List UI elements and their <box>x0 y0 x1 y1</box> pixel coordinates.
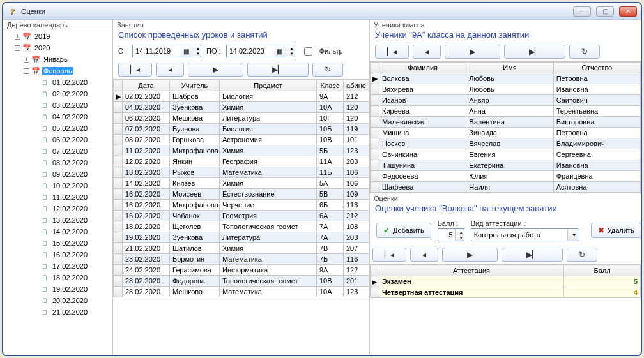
tree-day[interactable]: 15.02.2020 <box>33 237 111 249</box>
calendar-picker-icon[interactable]: ▦ <box>180 45 192 57</box>
grades-row[interactable]: Четвертная аттестация4 <box>371 287 641 298</box>
col-score[interactable]: Балл <box>564 265 641 276</box>
spin-down-icon[interactable]: ▼ <box>286 51 295 56</box>
tree-day[interactable]: 04.02.2020 <box>33 111 111 123</box>
col-firstname[interactable]: Имя <box>466 63 553 73</box>
lessons-row[interactable]: 24.02.2020ГерасимоваИнформатика9А122 <box>114 265 369 276</box>
nav-last-button[interactable]: ▶▏ <box>247 63 309 77</box>
tree-day[interactable]: 08.02.2020 <box>33 157 111 168</box>
chevron-down-icon[interactable]: ▼ <box>567 229 578 241</box>
tree-day[interactable]: 19.02.2020 <box>33 283 111 295</box>
col-middlename[interactable]: Отчество <box>553 63 640 73</box>
nav-next-button[interactable]: ▶ <box>445 45 500 59</box>
lessons-row[interactable]: 18.02.2020ЩеголевТопологическая геомет7А… <box>114 221 369 232</box>
students-row[interactable]: МалевинскаяВалентинаВикторовна <box>371 117 641 128</box>
col-class[interactable]: Класс <box>317 80 344 91</box>
delete-grade-button[interactable]: ✖ Удалить <box>591 223 641 238</box>
col-date[interactable]: Дата <box>123 80 170 91</box>
lessons-row[interactable]: 14.02.2020КнязевХимия5А106 <box>114 178 369 189</box>
nav-refresh-button[interactable]: ↻ <box>569 45 600 59</box>
expand-icon[interactable]: + <box>15 34 20 40</box>
students-row[interactable]: ВяхиреваЛюбовьИвановна <box>371 84 641 95</box>
students-row[interactable]: ФедосееваЮлияФранцевна <box>371 171 641 182</box>
grades-row[interactable]: Экзамен5 <box>371 276 641 287</box>
tree-day[interactable]: 10.02.2020 <box>33 180 111 191</box>
col-teacher[interactable]: Учитель <box>170 80 220 91</box>
nav-last-button[interactable]: ▶▏ <box>502 248 563 262</box>
nav-prev-button[interactable]: ◂ <box>410 248 438 262</box>
tree-year-2019[interactable]: + 2019 <box>15 31 111 42</box>
calendar-tree[interactable]: + 2019 − 2020 <box>3 29 112 355</box>
tree-month-jan[interactable]: + Январь <box>24 54 111 65</box>
filter-checkbox[interactable] <box>304 47 312 56</box>
spin-up-icon[interactable]: ▲ <box>286 46 295 51</box>
lessons-row[interactable]: ▶02.02.2020ШабровБиология9А212 <box>114 91 369 102</box>
students-row[interactable]: ИсановАнвярСаитович <box>371 95 641 106</box>
lessons-row[interactable]: 11.02.2020МитрофановаХимия5Б123 <box>114 145 369 156</box>
nav-next-button[interactable]: ▶ <box>188 63 243 77</box>
tree-day[interactable]: 01.02.2020 <box>33 77 111 88</box>
spin-up-icon[interactable]: ▲ <box>455 229 464 235</box>
tree-day[interactable]: 18.02.2020 <box>33 272 111 283</box>
spin-down-icon[interactable]: ▼ <box>192 51 201 56</box>
nav-next-button[interactable]: ▶ <box>442 248 498 262</box>
students-row[interactable]: НосковВячеславВладимирович <box>371 138 641 149</box>
spin-down-icon[interactable]: ▼ <box>455 235 464 241</box>
students-row[interactable]: КирееваАннаТерентьевна <box>371 106 641 117</box>
tree-day[interactable]: 07.02.2020 <box>33 145 111 157</box>
nav-first-button[interactable]: ▏◂ <box>118 63 152 77</box>
tree-month-feb[interactable]: − Февраль <box>24 65 111 77</box>
nav-first-button[interactable]: ▏◂ <box>375 45 409 59</box>
lessons-row[interactable]: 21.02.2020ШатиловХимия7В207 <box>114 243 369 254</box>
students-row[interactable]: ШафееваНаиляАсятовна <box>371 182 641 193</box>
expand-icon[interactable]: + <box>24 57 29 63</box>
grades-grid[interactable]: Аттестация Балл Экзамен5Четвертная аттес… <box>370 264 641 355</box>
date-from-field[interactable] <box>133 47 180 55</box>
students-row[interactable]: ТишунинаЕкатеринаИвановна <box>371 160 641 171</box>
col-subject[interactable]: Предмет <box>220 80 317 91</box>
nav-first-button[interactable]: ▏◂ <box>372 248 406 262</box>
collapse-icon[interactable]: − <box>15 45 20 51</box>
lessons-row[interactable]: 28.02.2020МешковаМатематика10А123 <box>114 287 369 297</box>
close-button[interactable]: ✕ <box>619 6 637 17</box>
tree-day[interactable]: 06.02.2020 <box>33 134 111 145</box>
calendar-picker-icon[interactable]: ▦ <box>274 45 286 57</box>
col-lastname[interactable]: Фамилия <box>379 63 466 73</box>
lessons-grid[interactable]: Дата Учитель Предмет Класс абине ▶02.02.… <box>113 79 369 355</box>
nav-refresh-button[interactable]: ↻ <box>312 63 343 77</box>
attestation-combo[interactable]: ▼ <box>471 228 578 241</box>
lessons-row[interactable]: 23.02.2020БормотинМатематика7Б116 <box>114 254 369 265</box>
lessons-row[interactable]: 04.02.2020ЗуенковаХимия10А120 <box>114 102 369 113</box>
score-spinner[interactable]: ▲▼ <box>438 228 464 241</box>
nav-prev-button[interactable]: ◂ <box>413 45 441 59</box>
nav-last-button[interactable]: ▶▏ <box>504 45 565 59</box>
tree-year-2020[interactable]: − 2020 <box>15 42 111 54</box>
lessons-row[interactable]: 19.02.2020ЗуенковаЛитература7А203 <box>114 232 369 243</box>
lessons-row[interactable]: 16.02.2020ЧабанокГеометрия6А212 <box>114 211 369 221</box>
date-to-input[interactable]: ▦ ▲▼ <box>226 45 295 57</box>
tree-day[interactable]: 05.02.2020 <box>33 123 111 134</box>
tree-day[interactable]: 11.02.2020 <box>33 191 111 203</box>
tree-day[interactable]: 03.02.2020 <box>33 100 111 111</box>
lessons-row[interactable]: 16.02.2020МоисеевЕстествознание5В109 <box>114 189 369 200</box>
date-to-field[interactable] <box>227 47 274 55</box>
nav-prev-button[interactable]: ◂ <box>156 63 184 77</box>
lessons-row[interactable]: 28.02.2020ФедороваТопологическая геомет1… <box>114 276 369 287</box>
tree-day[interactable]: 17.02.2020 <box>33 260 111 272</box>
minimize-button[interactable]: ─ <box>573 6 591 17</box>
maximize-button[interactable]: ▢ <box>596 6 614 17</box>
collapse-icon[interactable]: − <box>24 68 29 74</box>
students-grid[interactable]: Фамилия Имя Отчество ▶ВолковаЛюбовьПетро… <box>370 61 641 193</box>
score-input[interactable] <box>438 229 455 241</box>
students-row[interactable]: ОвчинкинаЕвгенияСергеевна <box>371 149 641 160</box>
col-room[interactable]: абине <box>344 80 369 91</box>
tree-day[interactable]: 09.02.2020 <box>33 168 111 180</box>
attestation-input[interactable] <box>471 231 567 239</box>
col-attestation[interactable]: Аттестация <box>379 265 564 276</box>
tree-day[interactable]: 14.02.2020 <box>33 226 111 237</box>
tree-day[interactable]: 02.02.2020 <box>33 88 111 100</box>
lessons-row[interactable]: 07.02.2020БуяноваБиология10Б119 <box>114 124 369 135</box>
spin-up-icon[interactable]: ▲ <box>192 46 201 51</box>
tree-day[interactable]: 20.02.2020 <box>33 295 111 306</box>
lessons-row[interactable]: 08.02.2020ГоршковаАстрономия10В101 <box>114 135 369 145</box>
